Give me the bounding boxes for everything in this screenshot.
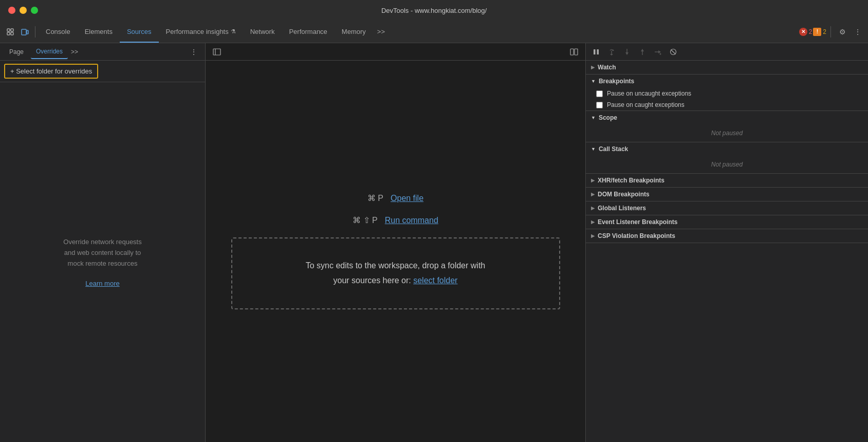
dom-breakpoints-label: DOM Breakpoints <box>598 191 650 198</box>
global-listeners-label: Global Listeners <box>598 205 646 212</box>
pause-caught-label: Pause on caught exceptions <box>607 101 685 108</box>
csp-violation-breakpoints-section: ▶ CSP Violation Breakpoints <box>586 229 868 243</box>
tab-network[interactable]: Network <box>243 21 282 43</box>
open-file-shortcut: ⌘ P <box>367 193 383 203</box>
scope-section-header[interactable]: ▼ Scope <box>586 111 868 124</box>
open-file-link[interactable]: Open file <box>391 194 423 203</box>
tab-overrides[interactable]: Overrides <box>31 45 68 59</box>
svg-rect-8 <box>570 49 574 55</box>
more-panel-tabs-icon[interactable]: >> <box>71 48 78 56</box>
call-stack-not-paused: Not paused <box>586 156 868 173</box>
step-button[interactable] <box>652 46 664 58</box>
csp-violation-label: CSP Violation Breakpoints <box>598 232 675 240</box>
left-content: Override network requestsand web content… <box>0 82 205 442</box>
run-command-link[interactable]: Run command <box>385 216 438 225</box>
svg-rect-2 <box>7 32 10 35</box>
select-folder-button[interactable]: + Select folder for overrides <box>4 64 98 79</box>
xhr-fetch-section-header[interactable]: ▶ XHR/fetch Breakpoints <box>586 174 868 187</box>
dom-breakpoints-section-header[interactable]: ▶ DOM Breakpoints <box>586 188 868 201</box>
breakpoints-section-header[interactable]: ▼ Breakpoints <box>586 75 868 88</box>
pause-caught-checkbox[interactable] <box>596 102 603 108</box>
toolbar-separator <box>35 26 35 38</box>
warn-icon: ! <box>813 28 821 36</box>
settings-icon[interactable]: ⚙ <box>835 25 849 39</box>
event-listener-breakpoints-header[interactable]: ▶ Event Listener Breakpoints <box>586 215 868 229</box>
tab-sources[interactable]: Sources <box>120 21 159 43</box>
svg-rect-11 <box>597 49 599 54</box>
warn-badge: ! 2 <box>813 28 826 36</box>
global-listeners-section-header[interactable]: ▶ Global Listeners <box>586 201 868 215</box>
minimize-button[interactable] <box>20 7 27 14</box>
pause-uncaught-checkbox[interactable] <box>596 90 603 97</box>
event-listener-triangle: ▶ <box>591 219 595 225</box>
main-layout: Page Overrides >> ⋮ + Select folder for … <box>0 43 868 442</box>
scope-not-paused: Not paused <box>586 124 868 142</box>
dom-breakpoints-section: ▶ DOM Breakpoints <box>586 188 868 201</box>
more-tabs-button[interactable]: >> <box>373 28 389 35</box>
breakpoints-triangle: ▼ <box>591 79 596 84</box>
tabs-area: Console Elements Sources Performance ins… <box>39 21 799 43</box>
tab-page[interactable]: Page <box>4 45 29 59</box>
call-stack-label: Call Stack <box>599 145 628 153</box>
title-bar: DevTools - www.hongkiat.com/blog/ <box>0 0 868 21</box>
toolbar-sep-right <box>830 26 831 38</box>
xhr-fetch-label: XHR/fetch Breakpoints <box>598 177 664 184</box>
step-out-button[interactable] <box>636 46 649 58</box>
svg-line-23 <box>671 49 676 54</box>
svg-marker-16 <box>625 52 629 55</box>
override-description: Override network requestsand web content… <box>63 237 141 269</box>
performance-insights-icon: ⚗ <box>231 28 236 35</box>
tab-performance[interactable]: Performance <box>282 21 334 43</box>
open-file-row: ⌘ P Open file <box>367 193 423 203</box>
left-panel: Page Overrides >> ⋮ + Select folder for … <box>0 43 206 442</box>
step-over-button[interactable] <box>605 46 618 58</box>
watch-section-header[interactable]: ▶ Watch <box>586 61 868 74</box>
run-command-row: ⌘ ⇧ P Run command <box>353 215 438 225</box>
svg-marker-14 <box>610 54 613 56</box>
deactivate-breakpoints-button[interactable] <box>667 46 679 58</box>
tab-performance-insights[interactable]: Performance insights ⚗ <box>159 21 243 43</box>
svg-marker-18 <box>641 49 644 51</box>
tab-elements[interactable]: Elements <box>78 21 120 43</box>
csp-violation-triangle: ▶ <box>591 233 595 238</box>
split-view-icon[interactable] <box>567 45 581 59</box>
svg-rect-4 <box>22 29 26 35</box>
svg-rect-5 <box>27 30 28 34</box>
svg-marker-20 <box>658 50 661 53</box>
top-toolbar: Console Elements Sources Performance ins… <box>0 21 868 43</box>
scope-triangle: ▼ <box>591 115 596 120</box>
learn-more-link[interactable]: Learn more <box>85 280 119 287</box>
error-badge: ✕ 2 <box>799 28 812 36</box>
breakpoints-section: ▼ Breakpoints Pause on uncaught exceptio… <box>586 75 868 111</box>
maximize-button[interactable] <box>31 7 38 14</box>
pause-button[interactable] <box>590 46 602 58</box>
step-into-button[interactable] <box>621 46 633 58</box>
dom-breakpoints-triangle: ▶ <box>591 192 595 197</box>
tab-memory[interactable]: Memory <box>335 21 373 43</box>
window-title: DevTools - www.hongkiat.com/blog/ <box>381 7 487 14</box>
pause-uncaught-row: Pause on uncaught exceptions <box>586 88 868 99</box>
tab-console[interactable]: Console <box>39 21 78 43</box>
right-panel: ▶ Watch ▼ Breakpoints Pause on uncaught … <box>585 43 868 442</box>
watch-label: Watch <box>598 64 616 71</box>
call-stack-section-header[interactable]: ▼ Call Stack <box>586 142 868 156</box>
svg-rect-9 <box>575 49 578 55</box>
more-options-icon[interactable]: ⋮ <box>851 25 865 39</box>
breakpoints-label: Breakpoints <box>599 78 634 85</box>
close-button[interactable] <box>8 7 15 14</box>
panel-tab-actions: ⋮ <box>187 45 201 59</box>
svg-rect-6 <box>213 49 220 55</box>
inspect-icon[interactable] <box>3 25 17 39</box>
toolbar-right: ✕ 2 ! 2 ⚙ ⋮ <box>799 25 865 39</box>
drop-zone[interactable]: To sync edits to the workspace, drop a f… <box>231 237 560 309</box>
drop-zone-text: To sync edits to the workspace, drop a f… <box>306 259 486 288</box>
warn-count: 2 <box>823 28 826 35</box>
device-toolbar-icon[interactable] <box>17 25 32 39</box>
right-debug-toolbar <box>586 43 868 61</box>
panel-more-icon[interactable]: ⋮ <box>187 45 201 59</box>
collapse-sidebar-icon[interactable] <box>210 45 224 59</box>
csp-violation-breakpoints-header[interactable]: ▶ CSP Violation Breakpoints <box>586 229 868 243</box>
select-folder-link[interactable]: select folder <box>413 276 457 285</box>
error-icon: ✕ <box>799 28 807 36</box>
call-stack-triangle: ▼ <box>591 146 596 152</box>
